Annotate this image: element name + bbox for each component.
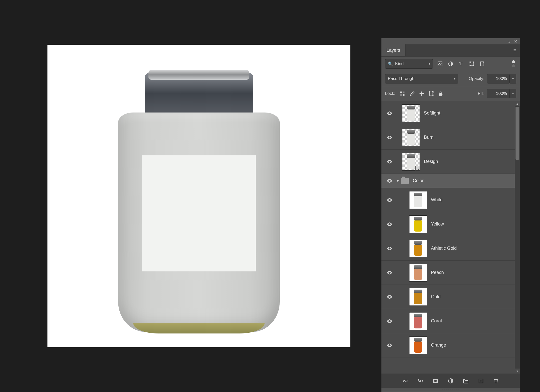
scroll-thumb[interactable] [516, 107, 519, 160]
layer-name[interactable]: Color [413, 178, 424, 183]
layer-name[interactable]: Coral [431, 318, 442, 324]
scroll-down-icon[interactable]: ▾ [515, 369, 520, 374]
koozie-mockup [118, 70, 280, 334]
lock-transparency-icon[interactable] [399, 90, 406, 97]
close-panel-icon[interactable]: ✕ [514, 39, 517, 44]
layer-name[interactable]: Gold [431, 294, 441, 299]
svg-rect-9 [400, 92, 402, 93]
lock-pixels-icon[interactable] [408, 90, 416, 97]
filter-pixel-icon[interactable] [436, 60, 444, 67]
layer-name[interactable]: Yellow [431, 221, 444, 227]
blend-mode-dropdown[interactable]: Pass Through ▾ [385, 74, 458, 83]
opacity-label[interactable]: Opacity: [469, 76, 484, 81]
visibility-toggle-icon[interactable] [385, 342, 394, 348]
filter-toggle-switch[interactable] [511, 60, 516, 67]
visibility-toggle-icon[interactable] [385, 318, 394, 324]
visibility-toggle-icon[interactable] [385, 134, 394, 141]
visibility-toggle-icon[interactable] [385, 294, 394, 300]
layer-row[interactable]: Coral [381, 309, 515, 333]
layer-thumbnail[interactable] [409, 215, 427, 233]
scroll-up-icon[interactable]: ▴ [515, 101, 520, 106]
delete-layer-icon[interactable] [492, 377, 500, 385]
layer-row[interactable]: Softlight [381, 101, 515, 125]
panel-tabs: Layers ≡ [381, 44, 520, 57]
layer-row[interactable]: Design [381, 150, 515, 174]
layer-name[interactable]: Softlight [424, 110, 440, 116]
filter-shape-icon[interactable] [468, 60, 475, 67]
fill-label[interactable]: Fill: [478, 91, 484, 96]
layer-style-icon[interactable]: fx▾ [417, 377, 424, 385]
panel-resize-grip[interactable] [381, 388, 520, 392]
layer-name[interactable]: White [431, 197, 443, 203]
new-layer-icon[interactable] [477, 377, 485, 385]
opacity-flyout-icon[interactable]: ▾ [510, 74, 516, 83]
filter-kind-dropdown[interactable]: 🔍 Kind ▾ [385, 59, 433, 69]
layer-thumbnail[interactable] [409, 191, 427, 209]
visibility-toggle-icon[interactable] [385, 178, 394, 184]
add-mask-icon[interactable] [432, 377, 439, 385]
adjustment-layer-icon[interactable] [447, 377, 454, 385]
filter-type-icon[interactable]: T [458, 60, 465, 67]
filter-smart-icon[interactable] [479, 60, 486, 67]
visibility-toggle-icon[interactable] [385, 245, 394, 251]
blend-mode-row: Pass Through ▾ Opacity: 100% ▾ [381, 71, 520, 86]
collapse-panel-icon[interactable] [508, 39, 510, 44]
blend-mode-value: Pass Through [388, 76, 415, 81]
lock-position-icon[interactable] [418, 90, 425, 97]
layers-scrollbar[interactable]: ▴ ▾ [515, 101, 520, 374]
layer-row[interactable]: White [381, 188, 515, 212]
panel-menu-icon[interactable]: ≡ [510, 44, 520, 56]
layer-name[interactable]: Orange [431, 343, 446, 348]
layer-thumbnail[interactable] [409, 240, 427, 257]
disclosure-triangle-icon[interactable]: ▾ [394, 179, 401, 183]
svg-rect-13 [429, 92, 433, 95]
layer-thumbnail[interactable] [402, 129, 420, 146]
new-group-icon[interactable] [462, 377, 470, 385]
layer-thumbnail[interactable] [409, 337, 427, 354]
design-placeholder [142, 155, 256, 271]
layer-row[interactable]: Orange [381, 333, 515, 357]
link-layers-icon[interactable] [401, 377, 409, 385]
layer-list: SoftlightBurnDesign▾ColorWhiteYellowAthl… [381, 101, 520, 374]
opacity-input[interactable]: 100% [487, 74, 510, 83]
layer-thumbnail[interactable] [409, 312, 427, 330]
svg-rect-11 [400, 94, 402, 96]
layer-name[interactable]: Peach [431, 270, 444, 275]
lock-artboard-icon[interactable] [428, 90, 435, 97]
chevron-down-icon: ▾ [429, 62, 430, 66]
visibility-toggle-icon[interactable] [385, 110, 394, 116]
svg-rect-4 [470, 62, 471, 63]
visibility-toggle-icon[interactable] [385, 159, 394, 165]
lock-row: Lock: Fill: 100% ▾ [381, 86, 520, 101]
can-rim [148, 70, 249, 80]
svg-point-16 [434, 380, 437, 382]
layer-name[interactable]: Design [424, 159, 438, 164]
layer-filter-row: 🔍 Kind ▾ T [381, 57, 520, 71]
layer-row[interactable]: Peach [381, 261, 515, 285]
layer-row[interactable]: Yellow [381, 212, 515, 236]
fill-input[interactable]: 100% [487, 89, 510, 98]
fill-flyout-icon[interactable]: ▾ [510, 89, 516, 98]
layer-thumbnail[interactable] [402, 153, 420, 171]
layer-row[interactable]: ▾Color [381, 174, 515, 188]
layers-panel: ✕ Layers ≡ 🔍 Kind ▾ T Pass Through [381, 38, 520, 392]
search-icon: 🔍 [388, 61, 393, 67]
layer-thumbnail[interactable] [409, 288, 427, 306]
layer-name[interactable]: Burn [424, 135, 433, 140]
svg-text:T: T [459, 61, 462, 66]
layer-row[interactable]: Gold [381, 285, 515, 309]
layers-footer-bar: fx▾ [381, 374, 520, 388]
visibility-toggle-icon[interactable] [385, 197, 394, 203]
layer-thumbnail[interactable] [409, 264, 427, 282]
visibility-toggle-icon[interactable] [385, 221, 394, 227]
layer-thumbnail[interactable] [402, 104, 420, 122]
lock-all-icon[interactable] [437, 90, 444, 97]
filter-adjustment-icon[interactable] [447, 60, 454, 67]
visibility-toggle-icon[interactable] [385, 270, 394, 276]
layer-row[interactable]: Burn [381, 125, 515, 150]
document-canvas[interactable] [47, 45, 350, 347]
tab-layers[interactable]: Layers [381, 44, 405, 56]
layer-name[interactable]: Athletic Gold [431, 246, 457, 251]
layer-row[interactable]: Athletic Gold [381, 236, 515, 261]
svg-rect-5 [473, 62, 474, 63]
